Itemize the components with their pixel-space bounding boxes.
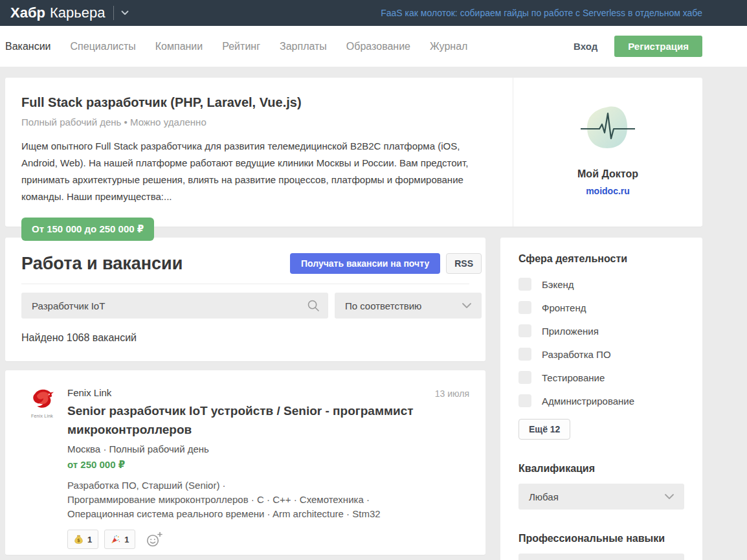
brand-chevron-down-icon[interactable]	[121, 10, 129, 16]
checkbox-label: Тестирование	[542, 372, 605, 383]
nav-item-specialists[interactable]: Специалисты	[71, 41, 136, 52]
checkbox[interactable]	[518, 348, 531, 361]
results-count: Найдено 1068 вакансий	[21, 332, 482, 344]
sphere-option-backend[interactable]: Бэкенд	[518, 278, 684, 291]
party-popper-icon	[111, 534, 120, 544]
reaction-badges: $ 1	[67, 530, 449, 549]
sort-select[interactable]: По соответствию	[335, 293, 482, 319]
filters-sidebar: Сфера деятельности Бэкенд Фронтенд Прило…	[500, 238, 702, 560]
checkbox[interactable]	[518, 371, 531, 384]
featured-company-panel: Мой Доктор moidoc.ru	[513, 78, 702, 227]
qualification-title: Квалификация	[518, 463, 684, 475]
job-skills: Разработка ПО, Старший (Senior) · Програ…	[67, 478, 449, 521]
featured-company-name: Мой Доктор	[577, 168, 638, 180]
register-button[interactable]: Регистрация	[614, 36, 702, 57]
company-logo[interactable]: Fenix Link	[25, 388, 59, 549]
job-date: 13 июля	[435, 388, 469, 399]
featured-company-site-link[interactable]: moidoc.ru	[586, 186, 630, 196]
checkbox-label: Администрирование	[542, 396, 634, 407]
topbar: Хабр Карьера FaaS как молоток: собираем …	[0, 0, 747, 26]
jobs-search-card: Работа и вакансии Получать вакансии на п…	[5, 238, 485, 361]
nav-item-vacancies[interactable]: Вакансии	[5, 41, 51, 52]
featured-vacancy-meta: Полный рабочий день • Можно удаленно	[21, 117, 495, 128]
job-body: Fenix Link Senior разработчик IoT устрой…	[67, 387, 449, 549]
job-skills-line[interactable]: Разработка ПО, Старший (Senior) ·	[67, 478, 449, 493]
main-nav: Вакансии Специалисты Компании Рейтинг За…	[0, 26, 747, 67]
checkbox[interactable]	[518, 301, 531, 314]
heading-divider	[21, 284, 469, 284]
brand-logo[interactable]: Хабр Карьера	[10, 5, 105, 21]
party-popper-reaction-badge[interactable]: 1	[104, 530, 135, 549]
brand-divider	[113, 6, 114, 20]
heartbeat-blob-icon[interactable]	[581, 104, 635, 154]
featured-vacancy-title[interactable]: Full Stack разработчик (PHP, Laravel, Vu…	[21, 95, 495, 110]
brand-bold: Хабр	[10, 5, 45, 21]
page-content: Full Stack разработчик (PHP, Laravel, Vu…	[5, 78, 702, 560]
checkbox-label: Приложения	[542, 326, 599, 337]
skills-filter-input[interactable]	[518, 554, 684, 560]
job-company-name[interactable]: Fenix Link	[67, 387, 449, 398]
job-salary: от 250 000 ₽	[67, 459, 449, 471]
nav-item-rating[interactable]: Рейтинг	[222, 41, 260, 52]
subscribe-button[interactable]: Получать вакансии на почту	[290, 253, 440, 274]
reaction-count: 1	[87, 535, 92, 544]
nav-item-journal[interactable]: Журнал	[430, 41, 467, 52]
columns: Работа и вакансии Получать вакансии на п…	[5, 238, 702, 560]
chevron-down-icon	[462, 302, 472, 309]
spheres-title: Сфера деятельности	[518, 253, 684, 265]
reaction-count: 1	[124, 535, 129, 544]
money-bag-reaction-badge[interactable]: $ 1	[67, 530, 98, 549]
left-column: Работа и вакансии Получать вакансии на п…	[5, 238, 485, 555]
sphere-option-testing[interactable]: Тестирование	[518, 371, 684, 384]
checkbox-label: Разработка ПО	[542, 349, 611, 360]
job-skills-line[interactable]: Программирование микроконтроллеров · C ·…	[67, 493, 449, 507]
job-skills-line[interactable]: Операционная система реального времени ·…	[67, 507, 449, 521]
sphere-option-administration[interactable]: Администрирование	[518, 394, 684, 407]
checkbox[interactable]	[518, 278, 531, 291]
featured-salary-button[interactable]: От 150 000 до 250 000 ₽	[21, 218, 154, 241]
featured-vacancy-description: Ищем опытного Full Stack разработчика дл…	[21, 138, 497, 205]
login-link[interactable]: Вход	[574, 41, 597, 52]
phoenix-logo-icon	[30, 401, 54, 412]
nav-item-salaries[interactable]: Зарплаты	[280, 41, 327, 52]
qualification-select[interactable]: Любая	[518, 484, 684, 510]
sphere-option-apps[interactable]: Приложения	[518, 324, 684, 337]
more-spheres-button[interactable]: Ещё 12	[518, 419, 570, 440]
search-box	[21, 293, 328, 319]
nav-item-companies[interactable]: Компании	[155, 41, 203, 52]
company-logo-caption: Fenix Link	[25, 414, 59, 418]
search-input[interactable]	[21, 293, 328, 319]
sphere-option-software-dev[interactable]: Разработка ПО	[518, 348, 684, 361]
brand-rest: Карьера	[50, 5, 105, 21]
page-title: Работа и вакансии	[21, 254, 183, 274]
checkbox-label: Фронтенд	[542, 302, 586, 313]
jobs-heading-row: Работа и вакансии Получать вакансии на п…	[21, 253, 482, 274]
search-icon[interactable]	[307, 299, 320, 315]
chevron-down-icon	[664, 493, 675, 500]
job-title-link[interactable]: Senior разработчик IoT устройств / Senio…	[67, 401, 449, 439]
sort-select-value: По соответствию	[345, 300, 422, 311]
smiley-plus-icon[interactable]	[146, 532, 163, 548]
checkbox-label: Бэкенд	[542, 279, 574, 290]
rss-button[interactable]: RSS	[446, 253, 482, 274]
money-bag-icon: $	[74, 534, 84, 544]
checkbox[interactable]	[518, 394, 531, 407]
job-card[interactable]: 13 июля Fenix Link	[5, 370, 485, 555]
nav-item-education[interactable]: Образование	[346, 41, 410, 52]
skills-filter-title: Профессиональные навыки	[518, 533, 684, 544]
job-meta: Москва · Полный рабочий день	[67, 443, 449, 454]
promo-link[interactable]: FaaS как молоток: собираем гайды по рабо…	[381, 8, 702, 18]
checkbox[interactable]	[518, 324, 531, 337]
sphere-option-frontend[interactable]: Фронтенд	[518, 301, 684, 314]
search-row: По соответствию	[21, 293, 482, 319]
qualification-select-value: Любая	[529, 491, 559, 502]
svg-text:$: $	[77, 537, 80, 543]
featured-vacancy-card[interactable]: Full Stack разработчик (PHP, Laravel, Vu…	[5, 78, 702, 227]
